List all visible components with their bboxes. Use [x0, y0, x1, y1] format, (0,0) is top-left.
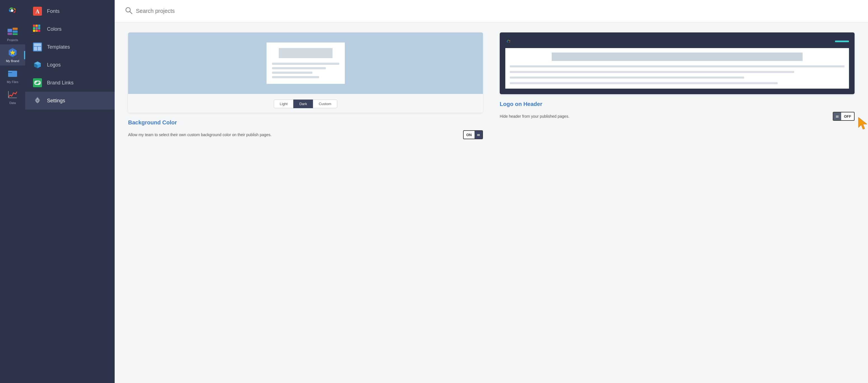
logo-on-header-toggle-row: Hide header from your published pages. O…	[500, 112, 855, 121]
svg-rect-3	[12, 28, 18, 30]
fonts-label: Fonts	[47, 8, 60, 14]
svg-text:A: A	[35, 8, 40, 14]
toggle-handle	[474, 131, 483, 139]
logos-label: Logos	[47, 62, 61, 68]
svg-rect-18	[38, 25, 40, 27]
logo-on-header-preview	[500, 32, 855, 94]
sidebar-item-brand-links[interactable]: Brand Links	[25, 74, 115, 92]
color-toggle: Light Dark Custom	[274, 99, 337, 108]
off-label: OFF	[841, 113, 854, 120]
svg-rect-20	[35, 27, 38, 29]
svg-rect-4	[12, 30, 18, 33]
svg-rect-6	[12, 33, 18, 35]
on-label: ON	[464, 131, 475, 138]
data-icon	[7, 89, 18, 100]
svg-rect-17	[35, 25, 38, 27]
svg-rect-38	[477, 134, 480, 135]
sidebar-item-colors[interactable]: Colors	[25, 20, 115, 38]
logo-on-header-card: Logo on Header Hide header from your pub…	[500, 32, 855, 139]
data-label: Data	[9, 101, 16, 104]
settings-label: Settings	[47, 98, 65, 104]
fonts-icon: A	[33, 7, 42, 15]
svg-rect-22	[33, 30, 35, 32]
templates-label: Templates	[47, 44, 70, 50]
templates-icon	[33, 42, 42, 52]
svg-rect-5	[7, 33, 12, 35]
my-files-icon	[7, 68, 18, 79]
logos-icon	[33, 60, 42, 69]
main-content: Light Dark Custom Background Color Allow…	[115, 0, 868, 383]
background-color-toggle-row: Allow my team to select their own custom…	[128, 130, 483, 139]
toggle-handle-off	[833, 113, 841, 120]
cards-grid: Light Dark Custom Background Color Allow…	[115, 22, 868, 383]
my-brand-icon	[7, 47, 18, 58]
svg-rect-23	[35, 30, 38, 32]
sidebar-item-my-files[interactable]: My Files	[0, 65, 25, 86]
sidebar-item-settings[interactable]: Settings	[25, 92, 115, 109]
svg-rect-2	[7, 29, 12, 32]
icon-rail: Projects My Brand My Files	[0, 0, 25, 383]
projects-label: Projects	[7, 38, 18, 42]
sidebar-item-templates[interactable]: Templates	[25, 38, 115, 56]
svg-rect-40	[836, 116, 839, 116]
sidebar-item-fonts[interactable]: A Fonts	[25, 2, 115, 20]
background-color-toggle[interactable]: ON	[463, 130, 483, 139]
svg-rect-10	[8, 72, 12, 73]
svg-rect-27	[34, 47, 37, 51]
logo-on-header-title: Logo on Header	[500, 101, 855, 107]
svg-rect-16	[33, 25, 35, 27]
background-color-preview: Light Dark Custom	[128, 32, 483, 113]
svg-rect-21	[38, 27, 40, 29]
svg-rect-11	[8, 71, 12, 72]
cursor-arrow	[857, 116, 868, 130]
brand-links-icon	[33, 78, 42, 87]
background-color-desc: Allow my team to select their own custom…	[128, 132, 459, 138]
colors-icon	[33, 25, 42, 34]
sidebar-item-my-brand[interactable]: My Brand	[0, 44, 25, 65]
sidebar-item-projects[interactable]: Projects	[0, 24, 25, 44]
brand-links-label: Brand Links	[47, 80, 73, 86]
svg-point-1	[11, 9, 13, 12]
projects-icon	[7, 26, 18, 37]
logo-on-header-desc: Hide header from your published pages.	[500, 113, 828, 119]
svg-rect-26	[34, 43, 41, 46]
svg-line-37	[130, 11, 132, 14]
svg-rect-28	[38, 47, 41, 51]
svg-rect-24	[38, 30, 40, 32]
svg-rect-39	[477, 135, 480, 136]
search-icon	[125, 6, 132, 16]
svg-marker-42	[859, 118, 867, 129]
sidebar-item-logos[interactable]: Logos	[25, 56, 115, 74]
custom-toggle-btn[interactable]: Custom	[313, 99, 337, 108]
background-color-card: Light Dark Custom Background Color Allow…	[128, 32, 483, 139]
search-bar	[115, 0, 868, 22]
colors-label: Colors	[47, 26, 62, 32]
svg-rect-41	[836, 117, 839, 118]
background-color-title: Background Color	[128, 119, 483, 126]
my-files-label: My Files	[7, 80, 19, 84]
light-toggle-btn[interactable]: Light	[274, 99, 293, 108]
my-brand-label: My Brand	[6, 59, 19, 63]
sidebar-item-data[interactable]: Data	[0, 86, 25, 107]
search-input[interactable]	[136, 8, 858, 14]
logo-on-header-info: Logo on Header Hide header from your pub…	[500, 101, 855, 121]
logo-on-header-toggle[interactable]: OFF	[833, 112, 855, 121]
dark-toggle-btn[interactable]: Dark	[293, 99, 313, 108]
background-color-info: Background Color Allow my team to select…	[128, 119, 483, 139]
sidebar: A Fonts Colors	[25, 0, 115, 383]
svg-rect-19	[33, 27, 35, 29]
app-logo[interactable]	[5, 3, 20, 18]
settings-icon	[33, 96, 42, 105]
